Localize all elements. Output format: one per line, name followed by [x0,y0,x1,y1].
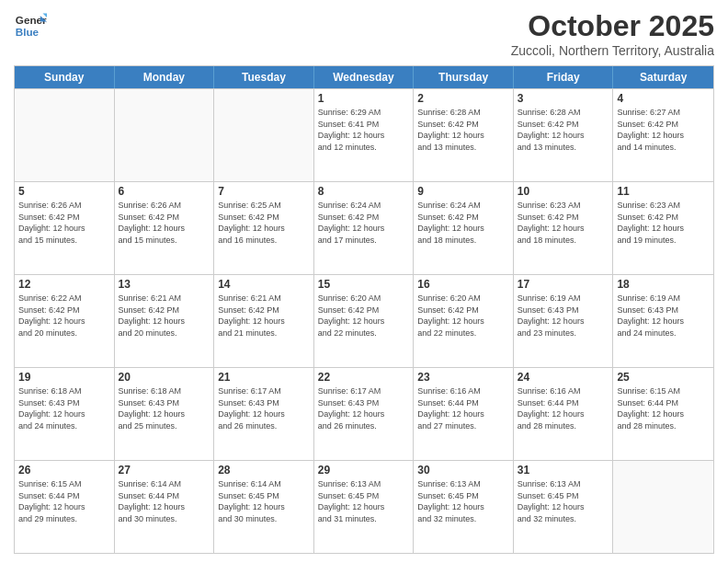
calendar-cell: 26Sunrise: 6:15 AM Sunset: 6:44 PM Dayli… [15,461,115,553]
calendar-cell: 30Sunrise: 6:13 AM Sunset: 6:45 PM Dayli… [414,461,514,553]
day-number: 19 [18,371,110,384]
page: General Blue October 2025 Zuccoli, North… [0,0,728,563]
cell-info: Sunrise: 6:18 AM Sunset: 6:43 PM Dayligh… [119,385,210,431]
calendar-cell: 4Sunrise: 6:27 AM Sunset: 6:42 PM Daylig… [613,89,713,181]
cell-info: Sunrise: 6:18 AM Sunset: 6:43 PM Dayligh… [18,385,110,431]
day-number: 31 [518,464,609,477]
calendar-cell: 14Sunrise: 6:21 AM Sunset: 6:42 PM Dayli… [214,275,314,367]
calendar-cell: 20Sunrise: 6:18 AM Sunset: 6:43 PM Dayli… [115,368,215,460]
day-number: 16 [417,278,509,291]
day-number: 5 [18,185,110,198]
calendar-cell: 5Sunrise: 6:26 AM Sunset: 6:42 PM Daylig… [15,182,115,274]
cell-info: Sunrise: 6:16 AM Sunset: 6:44 PM Dayligh… [417,385,509,431]
day-number: 21 [218,371,310,384]
day-header-friday: Friday [514,66,614,88]
title-block: October 2025 Zuccoli, Northern Territory… [511,9,714,58]
day-number: 28 [218,464,310,477]
cell-info: Sunrise: 6:13 AM Sunset: 6:45 PM Dayligh… [518,478,609,524]
header: General Blue October 2025 Zuccoli, North… [14,9,714,58]
cell-info: Sunrise: 6:17 AM Sunset: 6:43 PM Dayligh… [218,385,310,431]
cell-info: Sunrise: 6:19 AM Sunset: 6:43 PM Dayligh… [617,293,710,339]
calendar-header: SundayMondayTuesdayWednesdayThursdayFrid… [15,66,713,88]
calendar-cell: 3Sunrise: 6:28 AM Sunset: 6:42 PM Daylig… [514,89,614,181]
cell-info: Sunrise: 6:26 AM Sunset: 6:42 PM Dayligh… [18,200,110,246]
cell-info: Sunrise: 6:23 AM Sunset: 6:42 PM Dayligh… [617,200,710,246]
calendar-cell: 24Sunrise: 6:16 AM Sunset: 6:44 PM Dayli… [514,368,614,460]
calendar-cell: 21Sunrise: 6:17 AM Sunset: 6:43 PM Dayli… [214,368,314,460]
day-number: 14 [218,278,310,291]
cell-info: Sunrise: 6:14 AM Sunset: 6:45 PM Dayligh… [218,478,310,524]
day-number: 26 [18,464,110,477]
cell-info: Sunrise: 6:13 AM Sunset: 6:45 PM Dayligh… [417,478,509,524]
cell-info: Sunrise: 6:14 AM Sunset: 6:44 PM Dayligh… [119,478,210,524]
day-number: 10 [518,185,609,198]
cell-info: Sunrise: 6:21 AM Sunset: 6:42 PM Dayligh… [218,293,310,339]
calendar-cell [214,89,314,181]
day-number: 7 [218,185,310,198]
calendar-cell: 23Sunrise: 6:16 AM Sunset: 6:44 PM Dayli… [414,368,514,460]
cell-info: Sunrise: 6:22 AM Sunset: 6:42 PM Dayligh… [18,293,110,339]
calendar-cell: 6Sunrise: 6:26 AM Sunset: 6:42 PM Daylig… [115,182,215,274]
day-number: 3 [518,92,609,105]
cell-info: Sunrise: 6:28 AM Sunset: 6:42 PM Dayligh… [417,107,509,153]
day-number: 15 [318,278,410,291]
calendar-cell [115,89,215,181]
calendar-cell: 29Sunrise: 6:13 AM Sunset: 6:45 PM Dayli… [314,461,415,553]
day-header-saturday: Saturday [613,66,713,88]
cell-info: Sunrise: 6:24 AM Sunset: 6:42 PM Dayligh… [318,200,410,246]
day-number: 8 [318,185,410,198]
calendar-row: 26Sunrise: 6:15 AM Sunset: 6:44 PM Dayli… [15,460,713,553]
cell-info: Sunrise: 6:26 AM Sunset: 6:42 PM Dayligh… [119,200,210,246]
calendar-cell: 22Sunrise: 6:17 AM Sunset: 6:43 PM Dayli… [314,368,415,460]
calendar-cell: 12Sunrise: 6:22 AM Sunset: 6:42 PM Dayli… [15,275,115,367]
calendar: SundayMondayTuesdayWednesdayThursdayFrid… [14,65,714,554]
cell-info: Sunrise: 6:21 AM Sunset: 6:42 PM Dayligh… [119,293,210,339]
day-number: 22 [318,371,410,384]
day-header-wednesday: Wednesday [314,66,415,88]
calendar-cell [15,89,115,181]
day-header-thursday: Thursday [414,66,514,88]
day-number: 1 [318,92,410,105]
day-header-monday: Monday [115,66,215,88]
calendar-row: 1Sunrise: 6:29 AM Sunset: 6:41 PM Daylig… [15,88,713,181]
day-number: 12 [18,278,110,291]
calendar-cell: 2Sunrise: 6:28 AM Sunset: 6:42 PM Daylig… [414,89,514,181]
cell-info: Sunrise: 6:28 AM Sunset: 6:42 PM Dayligh… [518,107,609,153]
cell-info: Sunrise: 6:13 AM Sunset: 6:45 PM Dayligh… [318,478,410,524]
calendar-cell: 10Sunrise: 6:23 AM Sunset: 6:42 PM Dayli… [514,182,614,274]
day-number: 13 [119,278,210,291]
cell-info: Sunrise: 6:25 AM Sunset: 6:42 PM Dayligh… [218,200,310,246]
day-number: 20 [119,371,210,384]
calendar-cell: 7Sunrise: 6:25 AM Sunset: 6:42 PM Daylig… [214,182,314,274]
calendar-cell: 28Sunrise: 6:14 AM Sunset: 6:45 PM Dayli… [214,461,314,553]
calendar-cell: 17Sunrise: 6:19 AM Sunset: 6:43 PM Dayli… [514,275,614,367]
calendar-cell: 13Sunrise: 6:21 AM Sunset: 6:42 PM Dayli… [115,275,215,367]
cell-info: Sunrise: 6:27 AM Sunset: 6:42 PM Dayligh… [617,107,710,153]
calendar-cell: 11Sunrise: 6:23 AM Sunset: 6:42 PM Dayli… [613,182,713,274]
calendar-cell: 19Sunrise: 6:18 AM Sunset: 6:43 PM Dayli… [15,368,115,460]
calendar-cell: 8Sunrise: 6:24 AM Sunset: 6:42 PM Daylig… [314,182,415,274]
cell-info: Sunrise: 6:20 AM Sunset: 6:42 PM Dayligh… [318,293,410,339]
subtitle: Zuccoli, Northern Territory, Australia [511,43,714,58]
calendar-row: 12Sunrise: 6:22 AM Sunset: 6:42 PM Dayli… [15,274,713,367]
calendar-row: 19Sunrise: 6:18 AM Sunset: 6:43 PM Dayli… [15,367,713,460]
day-number: 29 [318,464,410,477]
calendar-cell: 25Sunrise: 6:15 AM Sunset: 6:44 PM Dayli… [613,368,713,460]
calendar-cell: 1Sunrise: 6:29 AM Sunset: 6:41 PM Daylig… [314,89,415,181]
calendar-body: 1Sunrise: 6:29 AM Sunset: 6:41 PM Daylig… [15,88,713,553]
cell-info: Sunrise: 6:23 AM Sunset: 6:42 PM Dayligh… [518,200,609,246]
day-header-sunday: Sunday [15,66,115,88]
cell-info: Sunrise: 6:15 AM Sunset: 6:44 PM Dayligh… [18,478,110,524]
day-number: 27 [119,464,210,477]
cell-info: Sunrise: 6:24 AM Sunset: 6:42 PM Dayligh… [417,200,509,246]
day-number: 23 [417,371,509,384]
day-number: 30 [417,464,509,477]
day-number: 4 [617,92,710,105]
day-number: 6 [119,185,210,198]
logo-icon: General Blue [14,9,47,42]
day-number: 25 [617,371,710,384]
calendar-cell: 16Sunrise: 6:20 AM Sunset: 6:42 PM Dayli… [414,275,514,367]
cell-info: Sunrise: 6:19 AM Sunset: 6:43 PM Dayligh… [518,293,609,339]
day-number: 9 [417,185,509,198]
day-number: 2 [417,92,509,105]
